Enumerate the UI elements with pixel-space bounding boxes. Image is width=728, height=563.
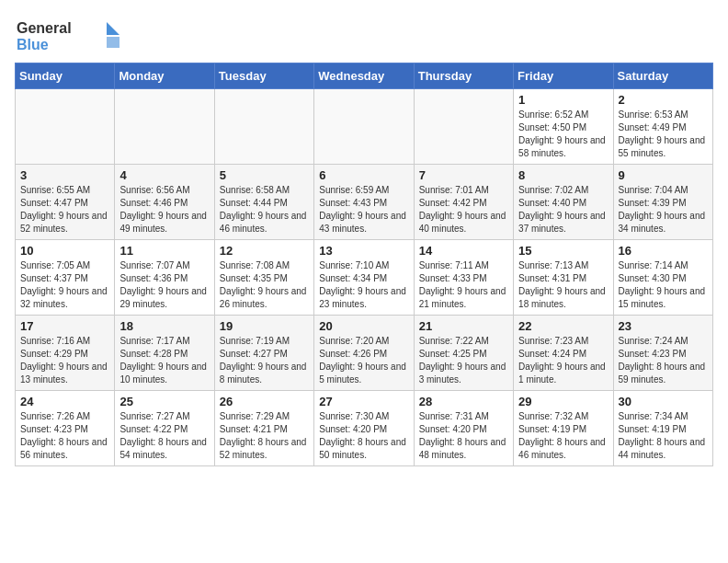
cell-info: Sunrise: 7:34 AM Sunset: 4:19 PM Dayligh…: [619, 410, 708, 462]
calendar-cell: [115, 89, 214, 165]
calendar-cell: 11Sunrise: 7:07 AM Sunset: 4:36 PM Dayli…: [115, 240, 214, 316]
cell-info: Sunrise: 7:30 AM Sunset: 4:20 PM Dayligh…: [319, 410, 408, 462]
day-number: 2: [619, 93, 708, 107]
calendar-cell: 26Sunrise: 7:29 AM Sunset: 4:21 PM Dayli…: [214, 391, 313, 466]
calendar-cell: 7Sunrise: 7:01 AM Sunset: 4:42 PM Daylig…: [414, 165, 513, 240]
calendar-cell: 13Sunrise: 7:10 AM Sunset: 4:34 PM Dayli…: [314, 240, 414, 316]
day-number: 5: [220, 168, 309, 182]
svg-marker-2: [107, 22, 119, 35]
calendar-cell: 6Sunrise: 6:59 AM Sunset: 4:43 PM Daylig…: [314, 165, 414, 240]
day-number: 13: [319, 244, 408, 258]
cell-info: Sunrise: 6:52 AM Sunset: 4:50 PM Dayligh…: [518, 109, 608, 160]
day-number: 30: [619, 395, 708, 408]
day-number: 16: [619, 244, 708, 258]
day-number: 19: [220, 319, 309, 333]
day-number: 7: [419, 168, 508, 182]
day-number: 15: [518, 244, 608, 258]
calendar-cell: 15Sunrise: 7:13 AM Sunset: 4:31 PM Dayli…: [514, 240, 613, 316]
calendar-cell: 9Sunrise: 7:04 AM Sunset: 4:39 PM Daylig…: [613, 165, 712, 240]
day-number: 28: [419, 395, 508, 408]
cell-info: Sunrise: 7:27 AM Sunset: 4:22 PM Dayligh…: [119, 410, 209, 462]
day-number: 4: [119, 168, 209, 182]
calendar-cell: 18Sunrise: 7:17 AM Sunset: 4:28 PM Dayli…: [115, 316, 214, 391]
day-number: 26: [220, 395, 309, 408]
day-number: 9: [619, 168, 708, 182]
cell-info: Sunrise: 7:10 AM Sunset: 4:34 PM Dayligh…: [319, 259, 408, 311]
cell-info: Sunrise: 7:04 AM Sunset: 4:39 PM Dayligh…: [619, 184, 708, 236]
calendar-cell: [16, 89, 115, 165]
cell-info: Sunrise: 6:59 AM Sunset: 4:43 PM Dayligh…: [319, 184, 408, 236]
header-sunday: Sunday: [16, 63, 115, 89]
calendar-cell: [414, 89, 513, 165]
header-monday: Monday: [115, 63, 214, 89]
svg-marker-3: [107, 37, 119, 48]
calendar-cell: 30Sunrise: 7:34 AM Sunset: 4:19 PM Dayli…: [613, 391, 712, 466]
cell-info: Sunrise: 7:01 AM Sunset: 4:42 PM Dayligh…: [419, 184, 508, 236]
calendar-header-row: SundayMondayTuesdayWednesdayThursdayFrid…: [16, 63, 713, 89]
day-number: 17: [20, 319, 109, 333]
calendar-cell: 12Sunrise: 7:08 AM Sunset: 4:35 PM Dayli…: [214, 240, 313, 316]
day-number: 8: [518, 168, 608, 182]
calendar-cell: 5Sunrise: 6:58 AM Sunset: 4:44 PM Daylig…: [214, 165, 313, 240]
cell-info: Sunrise: 7:19 AM Sunset: 4:27 PM Dayligh…: [220, 335, 309, 386]
week-row-2: 10Sunrise: 7:05 AM Sunset: 4:37 PM Dayli…: [16, 240, 713, 316]
week-row-0: 1Sunrise: 6:52 AM Sunset: 4:50 PM Daylig…: [16, 89, 713, 165]
cell-info: Sunrise: 7:13 AM Sunset: 4:31 PM Dayligh…: [518, 259, 608, 311]
calendar-cell: 27Sunrise: 7:30 AM Sunset: 4:20 PM Dayli…: [314, 391, 414, 466]
calendar-cell: 8Sunrise: 7:02 AM Sunset: 4:40 PM Daylig…: [514, 165, 613, 240]
day-number: 22: [518, 319, 608, 333]
cell-info: Sunrise: 7:26 AM Sunset: 4:23 PM Dayligh…: [20, 410, 109, 462]
calendar-cell: 29Sunrise: 7:32 AM Sunset: 4:19 PM Dayli…: [514, 391, 613, 466]
day-number: 14: [419, 244, 508, 258]
day-number: 20: [319, 319, 408, 333]
svg-text:Blue: Blue: [17, 37, 49, 52]
cell-info: Sunrise: 7:32 AM Sunset: 4:19 PM Dayligh…: [518, 410, 608, 462]
day-number: 12: [220, 244, 309, 258]
cell-info: Sunrise: 6:55 AM Sunset: 4:47 PM Dayligh…: [20, 184, 109, 236]
cell-info: Sunrise: 7:02 AM Sunset: 4:40 PM Dayligh…: [518, 184, 608, 236]
day-number: 18: [119, 319, 209, 333]
calendar-cell: 16Sunrise: 7:14 AM Sunset: 4:30 PM Dayli…: [613, 240, 712, 316]
calendar-cell: 4Sunrise: 6:56 AM Sunset: 4:46 PM Daylig…: [115, 165, 214, 240]
header-saturday: Saturday: [613, 63, 712, 89]
calendar-cell: 17Sunrise: 7:16 AM Sunset: 4:29 PM Dayli…: [16, 316, 115, 391]
header-tuesday: Tuesday: [214, 63, 313, 89]
header-wednesday: Wednesday: [314, 63, 414, 89]
cell-info: Sunrise: 7:31 AM Sunset: 4:20 PM Dayligh…: [419, 410, 508, 462]
day-number: 6: [319, 168, 408, 182]
calendar-cell: 1Sunrise: 6:52 AM Sunset: 4:50 PM Daylig…: [514, 89, 613, 165]
calendar-cell: 10Sunrise: 7:05 AM Sunset: 4:37 PM Dayli…: [16, 240, 115, 316]
cell-info: Sunrise: 6:56 AM Sunset: 4:46 PM Dayligh…: [119, 184, 209, 236]
calendar-cell: 19Sunrise: 7:19 AM Sunset: 4:27 PM Dayli…: [214, 316, 313, 391]
cell-info: Sunrise: 6:53 AM Sunset: 4:49 PM Dayligh…: [619, 109, 708, 160]
logo-icon: General Blue: [15, 15, 125, 55]
cell-info: Sunrise: 6:58 AM Sunset: 4:44 PM Dayligh…: [220, 184, 309, 236]
week-row-1: 3Sunrise: 6:55 AM Sunset: 4:47 PM Daylig…: [16, 165, 713, 240]
day-number: 1: [518, 93, 608, 107]
cell-info: Sunrise: 7:07 AM Sunset: 4:36 PM Dayligh…: [119, 259, 209, 311]
calendar-cell: 28Sunrise: 7:31 AM Sunset: 4:20 PM Dayli…: [414, 391, 513, 466]
day-number: 24: [20, 395, 109, 408]
calendar-cell: 3Sunrise: 6:55 AM Sunset: 4:47 PM Daylig…: [16, 165, 115, 240]
cell-info: Sunrise: 7:11 AM Sunset: 4:33 PM Dayligh…: [419, 259, 508, 311]
calendar-cell: 22Sunrise: 7:23 AM Sunset: 4:24 PM Dayli…: [514, 316, 613, 391]
calendar-cell: 23Sunrise: 7:24 AM Sunset: 4:23 PM Dayli…: [613, 316, 712, 391]
day-number: 25: [119, 395, 209, 408]
cell-info: Sunrise: 7:23 AM Sunset: 4:24 PM Dayligh…: [518, 335, 608, 386]
cell-info: Sunrise: 7:14 AM Sunset: 4:30 PM Dayligh…: [619, 259, 708, 311]
day-number: 23: [619, 319, 708, 333]
cell-info: Sunrise: 7:20 AM Sunset: 4:26 PM Dayligh…: [319, 335, 408, 386]
cell-info: Sunrise: 7:16 AM Sunset: 4:29 PM Dayligh…: [20, 335, 109, 386]
week-row-4: 24Sunrise: 7:26 AM Sunset: 4:23 PM Dayli…: [16, 391, 713, 466]
cell-info: Sunrise: 7:24 AM Sunset: 4:23 PM Dayligh…: [619, 335, 708, 386]
calendar-cell: 21Sunrise: 7:22 AM Sunset: 4:25 PM Dayli…: [414, 316, 513, 391]
header-thursday: Thursday: [414, 63, 513, 89]
calendar-cell: 2Sunrise: 6:53 AM Sunset: 4:49 PM Daylig…: [613, 89, 712, 165]
calendar-table: SundayMondayTuesdayWednesdayThursdayFrid…: [15, 63, 713, 466]
calendar-cell: [314, 89, 414, 165]
cell-info: Sunrise: 7:22 AM Sunset: 4:25 PM Dayligh…: [419, 335, 508, 386]
header-friday: Friday: [514, 63, 613, 89]
day-number: 29: [518, 395, 608, 408]
cell-info: Sunrise: 7:05 AM Sunset: 4:37 PM Dayligh…: [20, 259, 109, 311]
week-row-3: 17Sunrise: 7:16 AM Sunset: 4:29 PM Dayli…: [16, 316, 713, 391]
